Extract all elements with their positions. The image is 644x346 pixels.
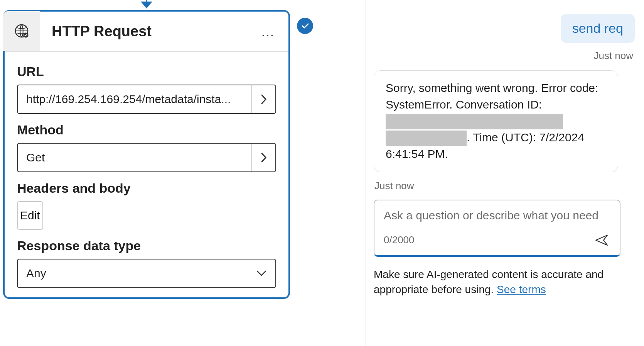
chat-input-box[interactable]: Ask a question or describe what you need… bbox=[374, 200, 620, 257]
redacted-id-1 bbox=[386, 114, 563, 129]
bot-message: Sorry, something went wrong. Error code:… bbox=[374, 70, 618, 172]
headers-field-group: Headers and body Edit bbox=[17, 181, 276, 230]
method-label: Method bbox=[17, 122, 276, 137]
redacted-id-2 bbox=[386, 131, 467, 146]
url-field-group: URL bbox=[17, 64, 276, 114]
flow-arrow bbox=[141, 0, 152, 8]
card-header[interactable]: HTTP Request … bbox=[5, 12, 288, 52]
send-button[interactable] bbox=[593, 231, 610, 249]
url-expand-button[interactable] bbox=[251, 85, 275, 113]
method-input-combo[interactable]: Get bbox=[17, 143, 276, 172]
response-label: Response data type bbox=[17, 238, 276, 253]
url-label: URL bbox=[17, 64, 276, 79]
method-field-group: Method Get bbox=[17, 122, 276, 172]
chat-input-placeholder[interactable]: Ask a question or describe what you need bbox=[384, 209, 610, 222]
response-select[interactable]: Any bbox=[17, 259, 276, 288]
user-message: send req bbox=[561, 14, 635, 43]
ai-disclaimer: Make sure AI-generated content is accura… bbox=[374, 267, 609, 297]
card-more-menu[interactable]: … bbox=[258, 24, 279, 40]
response-value: Any bbox=[26, 267, 46, 280]
chevron-down-icon bbox=[256, 270, 267, 277]
http-icon bbox=[3, 11, 40, 51]
bot-message-time: Just now bbox=[374, 180, 635, 192]
send-icon bbox=[594, 233, 609, 248]
url-input-combo[interactable] bbox=[17, 85, 276, 114]
status-check-badge bbox=[297, 18, 313, 34]
response-field-group: Response data type Any bbox=[17, 238, 276, 288]
see-terms-link[interactable]: See terms bbox=[497, 283, 546, 295]
url-input[interactable] bbox=[18, 85, 251, 113]
method-expand-button[interactable] bbox=[251, 144, 275, 171]
headers-edit-button[interactable]: Edit bbox=[17, 201, 43, 230]
card-title: HTTP Request bbox=[40, 23, 258, 40]
char-counter: 0/2000 bbox=[384, 234, 415, 246]
http-request-card[interactable]: HTTP Request … URL Method Get bbox=[3, 10, 290, 299]
bot-message-text-prefix: Sorry, something went wrong. Error code:… bbox=[386, 81, 598, 111]
method-value: Get bbox=[18, 144, 251, 171]
user-message-time: Just now bbox=[593, 50, 633, 62]
disclaimer-text: Make sure AI-generated content is accura… bbox=[374, 268, 604, 295]
headers-label: Headers and body bbox=[17, 181, 276, 196]
